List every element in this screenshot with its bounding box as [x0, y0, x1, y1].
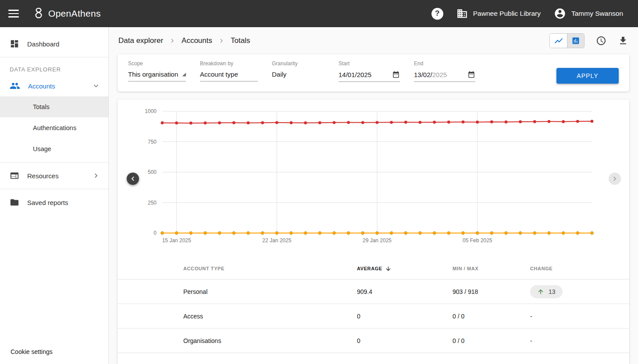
line-chart-view-button[interactable]	[550, 34, 567, 48]
end-date-label: End	[414, 60, 475, 67]
breakdown-value: Account type	[200, 71, 238, 78]
breadcrumb-separator-icon	[217, 37, 225, 45]
breadcrumb-item-totals[interactable]: Totals	[231, 36, 250, 45]
granularity-value: Daily	[272, 71, 286, 78]
dropdown-caret-icon: ◢	[182, 71, 186, 77]
calendar-icon[interactable]	[467, 71, 475, 78]
breakdown-select[interactable]: Breakdown by Account type	[200, 60, 258, 81]
bar-chart-icon	[571, 36, 580, 45]
sidebar-item-usage[interactable]: Usage	[0, 138, 108, 159]
sidebar-item-label: Dashboard	[27, 40, 59, 48]
table-row	[118, 353, 629, 364]
organisation-menu[interactable]: Pawnee Public Library	[456, 8, 541, 19]
chart-prev-button[interactable]	[127, 173, 139, 185]
svg-text:250: 250	[148, 200, 157, 206]
sidebar-subitem-label: Totals	[33, 103, 50, 110]
sidebar-item-accounts[interactable]: Accounts	[0, 75, 108, 96]
header-actions	[549, 33, 628, 48]
column-header-average[interactable]: AVERAGE	[357, 265, 453, 272]
line-chart-icon	[554, 36, 563, 46]
chevron-right-icon	[610, 174, 619, 183]
svg-text:0: 0	[153, 230, 157, 236]
openathens-logo: OpenAthens	[32, 7, 101, 20]
folder-icon	[10, 198, 19, 207]
start-date-label: Start	[339, 60, 400, 67]
sidebar-item-totals[interactable]: Totals	[0, 96, 108, 117]
bar-chart-view-button[interactable]	[567, 34, 584, 48]
column-header-change[interactable]: CHANGE	[530, 266, 629, 271]
change-cell: -	[530, 337, 629, 344]
svg-text:05 Feb 2025: 05 Feb 2025	[463, 237, 492, 244]
building-icon	[456, 8, 468, 19]
svg-text:29 Jan 2025: 29 Jan 2025	[363, 237, 392, 244]
start-date-field[interactable]: Start 14/01/2025	[339, 60, 400, 82]
sort-arrow-down-icon	[385, 265, 392, 272]
breakdown-label: Breakdown by	[200, 60, 258, 67]
change-badge: 13	[530, 285, 563, 298]
svg-text:22 Jan 2025: 22 Jan 2025	[262, 237, 291, 244]
svg-text:750: 750	[148, 139, 157, 145]
apply-button[interactable]: APPLY	[556, 68, 619, 84]
account-type-cell: Personal	[183, 288, 357, 295]
scope-select[interactable]: Scope This organisation ◢	[128, 60, 186, 81]
filter-bar: Scope This organisation ◢ Breakdown by A…	[118, 54, 629, 92]
granularity-label: Granularity	[272, 60, 324, 67]
sidebar-subitem-label: Authentications	[33, 124, 76, 131]
table-header-row: ACCOUNT TYPE AVERAGE MIN / MAX CHANGE	[118, 258, 629, 279]
breadcrumb-item-data-explorer[interactable]: Data explorer	[118, 36, 163, 45]
clock-icon	[596, 35, 606, 46]
granularity-select[interactable]: Granularity Daily	[272, 60, 324, 81]
chevron-down-icon	[92, 81, 100, 90]
svg-text:15 Jan 2025: 15 Jan 2025	[162, 237, 191, 244]
openathens-logo-icon	[32, 7, 45, 20]
svg-text:1000: 1000	[145, 108, 157, 114]
table-row: Organisations 0 0 / 0 -	[118, 328, 629, 353]
scope-value: This organisation	[128, 71, 178, 78]
chevron-left-icon	[128, 174, 137, 183]
page-header: Data explorer Accounts Totals	[109, 27, 638, 54]
calendar-icon[interactable]	[392, 71, 400, 78]
svg-text:500: 500	[148, 169, 157, 175]
sidebar-item-saved-reports[interactable]: Saved reports	[0, 192, 108, 213]
change-cell: -	[530, 313, 629, 320]
user-avatar-icon	[554, 7, 566, 20]
sidebar-item-label: Accounts	[28, 82, 84, 90]
sidebar-item-dashboard[interactable]: Dashboard	[0, 33, 108, 54]
sidebar-item-resources[interactable]: Resources	[0, 165, 108, 186]
scope-label: Scope	[128, 60, 186, 67]
line-chart: 0250500750100015 Jan 202522 Jan 202529 J…	[118, 106, 629, 258]
help-icon: ?	[431, 8, 443, 20]
arrow-up-icon	[537, 288, 544, 295]
sidebar-subitem-label: Usage	[33, 145, 51, 152]
sidebar-item-authentications[interactable]: Authentications	[0, 117, 108, 138]
sidebar-item-label: Saved reports	[27, 199, 68, 206]
user-menu[interactable]: Tammy Swanson	[554, 7, 623, 20]
min-max-cell: 903 / 918	[453, 288, 530, 295]
people-icon	[10, 81, 20, 91]
breadcrumb-item-accounts[interactable]: Accounts	[182, 36, 212, 45]
organisation-name: Pawnee Public Library	[473, 10, 541, 18]
main-content: Data explorer Accounts Totals	[109, 27, 638, 364]
help-button[interactable]: ?	[431, 8, 443, 20]
end-date-value: 13/02/2025	[414, 71, 447, 78]
download-icon	[618, 35, 628, 46]
cookie-settings-link[interactable]: Cookie settings	[11, 348, 53, 355]
average-cell: 0	[357, 337, 453, 344]
end-date-field[interactable]: End 13/02/2025	[414, 60, 475, 82]
user-name: Tammy Swanson	[571, 10, 623, 18]
chevron-right-icon	[92, 171, 100, 180]
chart-next-button[interactable]	[609, 173, 621, 185]
chart-view-toggle	[549, 33, 585, 48]
column-header-account-type[interactable]: ACCOUNT TYPE	[183, 266, 357, 271]
history-button[interactable]	[596, 35, 606, 46]
menu-button[interactable]	[0, 0, 27, 27]
download-button[interactable]	[618, 35, 628, 46]
column-header-min-max[interactable]: MIN / MAX	[453, 266, 530, 271]
min-max-cell: 0 / 0	[453, 337, 530, 344]
chart-card: 0250500750100015 Jan 202522 Jan 202529 J…	[118, 99, 629, 364]
dashboard-icon	[10, 39, 19, 49]
average-cell: 0	[357, 313, 453, 320]
account-type-cell: Organisations	[183, 337, 357, 344]
sidebar: Dashboard DATA EXPLORER Accounts Totals	[0, 27, 109, 364]
start-date-value: 14/01/2025	[339, 71, 371, 78]
